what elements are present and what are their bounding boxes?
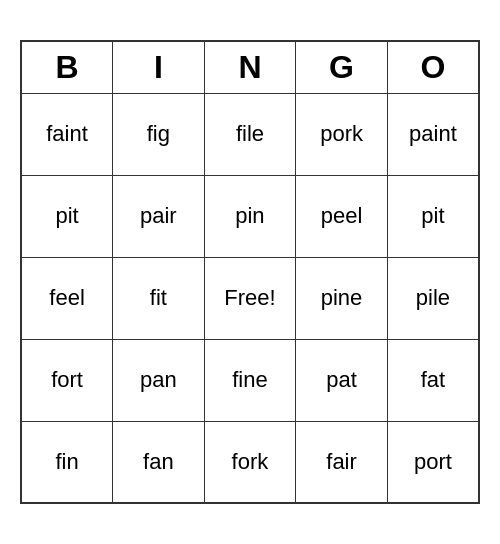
table-cell: fin bbox=[21, 421, 113, 503]
table-row: finfanforkfairport bbox=[21, 421, 479, 503]
table-cell: pin bbox=[204, 175, 296, 257]
table-cell: fan bbox=[113, 421, 205, 503]
table-cell: pan bbox=[113, 339, 205, 421]
table-row: faintfigfileporkpaint bbox=[21, 93, 479, 175]
bingo-body: faintfigfileporkpaintpitpairpinpeelpitfe… bbox=[21, 93, 479, 503]
table-cell: feel bbox=[21, 257, 113, 339]
table-cell: Free! bbox=[204, 257, 296, 339]
table-cell: pork bbox=[296, 93, 388, 175]
table-cell: fig bbox=[113, 93, 205, 175]
table-cell: fat bbox=[387, 339, 479, 421]
table-cell: pit bbox=[21, 175, 113, 257]
table-row: fortpanfinepatfat bbox=[21, 339, 479, 421]
header-i: I bbox=[113, 41, 205, 93]
bingo-card: B I N G O faintfigfileporkpaintpitpairpi… bbox=[20, 40, 480, 504]
table-cell: pat bbox=[296, 339, 388, 421]
table-row: feelfitFree!pinepile bbox=[21, 257, 479, 339]
table-cell: fit bbox=[113, 257, 205, 339]
header-g: G bbox=[296, 41, 388, 93]
header-o: O bbox=[387, 41, 479, 93]
table-cell: fort bbox=[21, 339, 113, 421]
table-cell: file bbox=[204, 93, 296, 175]
header-b: B bbox=[21, 41, 113, 93]
header-row: B I N G O bbox=[21, 41, 479, 93]
header-n: N bbox=[204, 41, 296, 93]
table-cell: pit bbox=[387, 175, 479, 257]
table-cell: pine bbox=[296, 257, 388, 339]
table-cell: pile bbox=[387, 257, 479, 339]
table-cell: port bbox=[387, 421, 479, 503]
table-cell: peel bbox=[296, 175, 388, 257]
table-cell: fair bbox=[296, 421, 388, 503]
table-cell: fork bbox=[204, 421, 296, 503]
table-cell: faint bbox=[21, 93, 113, 175]
table-cell: paint bbox=[387, 93, 479, 175]
table-cell: pair bbox=[113, 175, 205, 257]
table-cell: fine bbox=[204, 339, 296, 421]
table-row: pitpairpinpeelpit bbox=[21, 175, 479, 257]
